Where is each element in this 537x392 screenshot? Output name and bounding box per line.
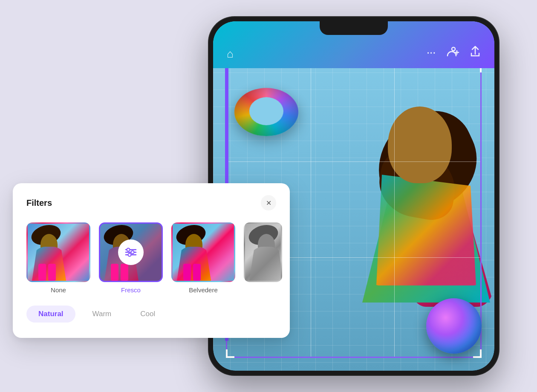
grid-line-v1: [311, 65, 311, 357]
filter-label-none: None: [51, 286, 66, 294]
filter-thumb-inner-belvedere: [173, 224, 234, 281]
more-icon[interactable]: •••: [427, 50, 436, 56]
filter-label-belvedere: Belvedere: [189, 286, 218, 294]
filter-item-fresco[interactable]: Fresco: [99, 222, 163, 294]
thumb-legs-fresco: [111, 264, 118, 281]
phone-notch: [320, 21, 388, 35]
fresco-icon-overlay: [118, 239, 144, 265]
svg-point-5: [128, 254, 131, 257]
filter-thumb-fourth: [244, 222, 282, 282]
thumb-legs2-none: [48, 264, 56, 281]
thumb-legs2-fresco: [121, 264, 128, 281]
tone-pills-row: Natural Warm Cool: [26, 306, 276, 323]
add-friends-icon[interactable]: [447, 46, 459, 60]
svg-point-3: [127, 248, 130, 251]
grid-line-h1: [227, 161, 480, 162]
thumb-legs2-belvedere: [193, 264, 201, 281]
thumb-legs-belvedere: [183, 264, 191, 281]
filter-thumbnails-row: None: [26, 222, 276, 294]
filter-thumb-inner-fourth: [245, 224, 281, 281]
tone-pill-natural[interactable]: Natural: [26, 306, 75, 323]
home-icon[interactable]: ⌂: [227, 47, 234, 61]
thumb-jacket-fourth: [249, 247, 281, 281]
header-actions: •••: [427, 46, 481, 61]
filter-thumb-belvedere: [171, 222, 235, 282]
filter-thumb-fresco: [99, 222, 163, 282]
crop-corner-br: [473, 349, 482, 358]
grid-line-v2: [394, 65, 395, 357]
filter-thumb-none: [26, 222, 90, 282]
panel-header: Filters ✕: [26, 195, 276, 210]
donut-hole: [249, 97, 284, 125]
sliders-icon: [125, 247, 137, 257]
filter-label-fresco: Fresco: [121, 286, 141, 294]
share-icon[interactable]: [470, 46, 481, 61]
filter-item-none[interactable]: None: [26, 222, 90, 294]
filter-item-belvedere[interactable]: Belvedere: [171, 222, 235, 294]
tone-pill-cool[interactable]: Cool: [128, 306, 167, 323]
crop-corner-bl: [226, 349, 234, 358]
filters-panel: Filters ✕ None: [13, 183, 290, 338]
filter-thumb-inner-none: [28, 224, 89, 281]
tone-pill-warm[interactable]: Warm: [81, 306, 124, 323]
filter-item-fourth[interactable]: [244, 222, 282, 286]
svg-point-4: [131, 251, 134, 254]
thumb-legs-none: [38, 264, 46, 281]
sphere-3d-object: [426, 298, 482, 354]
close-button[interactable]: ✕: [261, 195, 276, 210]
panel-title: Filters: [26, 198, 52, 208]
